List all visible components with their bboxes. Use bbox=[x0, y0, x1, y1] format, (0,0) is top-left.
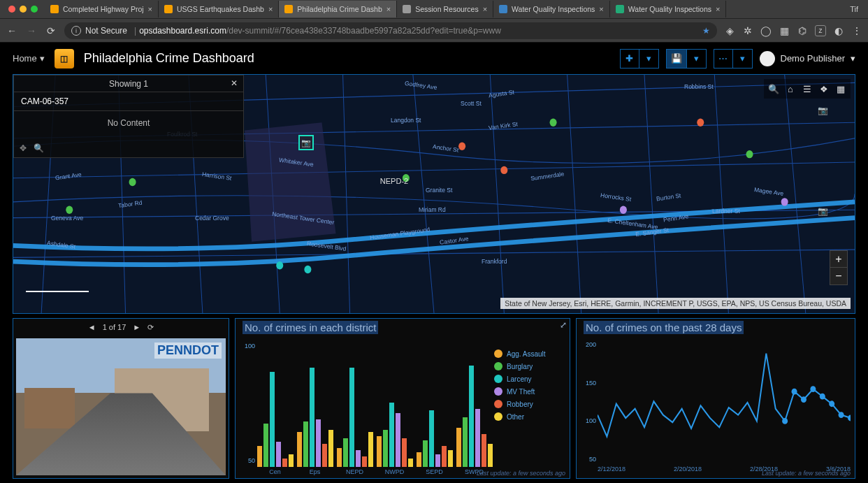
bar[interactable] bbox=[356, 450, 361, 467]
zoom-to-icon[interactable]: 🔍 bbox=[34, 143, 44, 153]
bar[interactable] bbox=[417, 452, 421, 467]
bar[interactable] bbox=[303, 421, 308, 467]
bar[interactable] bbox=[448, 450, 453, 467]
close-tab-icon[interactable]: × bbox=[716, 5, 720, 13]
browser-tab[interactable]: Water Quality Inspections× bbox=[610, 1, 727, 17]
bar[interactable] bbox=[435, 454, 440, 467]
home-extent-icon[interactable]: ⌂ bbox=[783, 81, 798, 96]
legend-item[interactable]: Larceny bbox=[494, 375, 564, 383]
bar[interactable] bbox=[368, 432, 373, 467]
close-tab-icon[interactable]: × bbox=[599, 5, 603, 13]
bar[interactable] bbox=[297, 432, 302, 467]
bar[interactable] bbox=[423, 440, 428, 467]
close-window-icon[interactable] bbox=[8, 6, 15, 13]
bar[interactable] bbox=[310, 368, 314, 467]
extension-icon[interactable]: ◈ bbox=[724, 25, 735, 36]
browser-tab[interactable]: Session Resources× bbox=[397, 1, 493, 17]
prev-icon[interactable]: ◄ bbox=[88, 323, 96, 331]
move-icon[interactable]: ✥ bbox=[20, 143, 27, 153]
url-field[interactable]: i Not Secure | opsdashboard.esri.com/dev… bbox=[64, 22, 717, 39]
more-button[interactable]: ⋯ bbox=[714, 49, 733, 69]
bar[interactable] bbox=[488, 444, 493, 467]
refresh-icon[interactable]: ⟳ bbox=[147, 323, 154, 332]
bar[interactable] bbox=[402, 438, 407, 467]
bar[interactable] bbox=[328, 430, 333, 467]
bar[interactable] bbox=[383, 430, 388, 467]
bar[interactable] bbox=[276, 442, 281, 467]
bar[interactable] bbox=[337, 448, 342, 467]
browser-tab[interactable]: Water Quality Inspections× bbox=[493, 1, 610, 17]
bar[interactable] bbox=[475, 409, 480, 467]
legend-item[interactable]: Burglary bbox=[494, 362, 564, 370]
user-menu[interactable]: Demo Publisher ▾ bbox=[760, 51, 856, 66]
bar[interactable] bbox=[362, 456, 367, 467]
close-tab-icon[interactable]: × bbox=[148, 5, 152, 13]
browser-tab[interactable]: Philadelphia Crime Dashb× bbox=[279, 1, 397, 17]
extension-icon[interactable]: ▦ bbox=[779, 25, 790, 36]
bar[interactable] bbox=[289, 454, 294, 467]
add-button[interactable]: ✚ bbox=[620, 49, 639, 69]
legend-item[interactable]: Other bbox=[494, 412, 564, 421]
bar[interactable] bbox=[343, 438, 348, 467]
bar[interactable] bbox=[282, 459, 287, 467]
close-tab-icon[interactable]: × bbox=[268, 5, 273, 13]
bar-chart[interactable]: 10050 CenEpsNEPDNWPDSEPDSWPD Agg. Assaul… bbox=[236, 338, 570, 478]
back-icon[interactable]: ← bbox=[6, 24, 18, 37]
basemap-icon[interactable]: ❖ bbox=[816, 81, 832, 96]
camera-marker-icon[interactable]: 📷 bbox=[818, 106, 828, 115]
legend-item[interactable]: Robbery bbox=[494, 400, 564, 408]
add-dropdown[interactable]: ▾ bbox=[639, 49, 659, 69]
close-tab-icon[interactable]: × bbox=[483, 5, 487, 13]
bar[interactable] bbox=[482, 434, 486, 467]
site-info-icon[interactable]: i bbox=[71, 26, 81, 36]
extension-icon[interactable]: ✲ bbox=[742, 25, 753, 36]
bar[interactable] bbox=[469, 366, 474, 467]
reload-icon[interactable]: ⟳ bbox=[45, 24, 57, 37]
more-dropdown[interactable]: ▾ bbox=[733, 49, 753, 69]
zoom-out-icon[interactable]: − bbox=[830, 268, 847, 284]
zoom-in-icon[interactable]: + bbox=[830, 251, 847, 268]
camera-marker-icon[interactable]: 📷 bbox=[298, 135, 314, 150]
bar[interactable] bbox=[429, 410, 434, 467]
next-icon[interactable]: ► bbox=[133, 323, 140, 331]
bar[interactable] bbox=[322, 444, 327, 467]
camera-marker-icon[interactable]: 📷 bbox=[818, 206, 828, 216]
close-icon[interactable]: ✕ bbox=[231, 78, 238, 88]
bar[interactable] bbox=[408, 459, 413, 467]
bar[interactable] bbox=[389, 403, 394, 467]
maximize-window-icon[interactable] bbox=[31, 6, 38, 13]
browser-tab[interactable]: Completed Highway Proj× bbox=[45, 1, 159, 17]
bar[interactable] bbox=[442, 446, 447, 467]
extension-icon[interactable]: ◐ bbox=[833, 25, 844, 36]
extension-icon[interactable]: ⌬ bbox=[797, 25, 808, 36]
browser-tab[interactable]: USGS Earthquakes Dashb× bbox=[159, 1, 279, 17]
minimize-window-icon[interactable] bbox=[20, 6, 27, 13]
bar[interactable] bbox=[377, 436, 382, 467]
save-button[interactable]: 💾 bbox=[666, 49, 687, 69]
camera-image[interactable]: PENNDOT bbox=[16, 338, 226, 475]
bar[interactable] bbox=[270, 372, 275, 467]
extension-icon[interactable]: z bbox=[815, 25, 826, 36]
search-icon[interactable]: 🔍 bbox=[766, 81, 781, 96]
close-tab-icon[interactable]: × bbox=[386, 5, 391, 13]
bar[interactable] bbox=[316, 419, 321, 467]
line-chart[interactable]: 20015010050 2/12/20182/20/20182/28/20183… bbox=[598, 341, 851, 475]
bar[interactable] bbox=[463, 417, 468, 467]
kebab-menu-icon[interactable]: ⋮ bbox=[851, 25, 862, 36]
legend-icon[interactable]: ▦ bbox=[833, 81, 848, 96]
forward-icon[interactable]: → bbox=[25, 24, 38, 37]
map-panel[interactable]: Grant AveGeneva AveAshdale StTabor RdCed… bbox=[13, 74, 855, 314]
browser-profile[interactable]: Tif bbox=[850, 5, 864, 13]
legend-item[interactable]: MV Theft bbox=[494, 387, 564, 396]
bar[interactable] bbox=[257, 446, 262, 467]
legend-item[interactable]: Agg. Assault bbox=[494, 349, 564, 358]
bar[interactable] bbox=[349, 368, 354, 467]
bar[interactable] bbox=[456, 428, 461, 467]
bar[interactable] bbox=[263, 424, 268, 467]
expand-icon[interactable]: ⤢ bbox=[560, 320, 567, 330]
home-link[interactable]: Home ▾ bbox=[13, 53, 45, 64]
extension-icon[interactable]: ◯ bbox=[760, 25, 772, 36]
bookmark-star-icon[interactable]: ★ bbox=[702, 26, 710, 36]
layer-list-icon[interactable]: ☰ bbox=[800, 81, 815, 96]
save-dropdown[interactable]: ▾ bbox=[687, 49, 707, 69]
